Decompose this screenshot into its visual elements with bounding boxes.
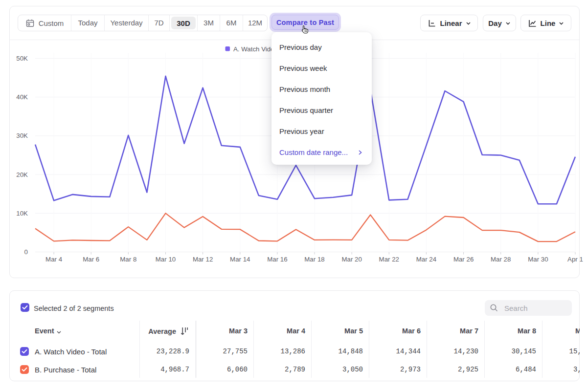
svg-text:Apr 1: Apr 1 [567, 256, 583, 263]
svg-text:Mar 26: Mar 26 [453, 256, 474, 263]
svg-text:Mar 28: Mar 28 [491, 256, 511, 263]
svg-text:Mar 8: Mar 8 [120, 256, 136, 263]
svg-text:Mar 12: Mar 12 [193, 256, 213, 263]
svg-text:Mar 16: Mar 16 [267, 256, 287, 263]
svg-text:20K: 20K [16, 171, 28, 178]
svg-text:30K: 30K [16, 132, 28, 139]
svg-text:Mar 14: Mar 14 [230, 256, 250, 263]
svg-text:0: 0 [24, 248, 28, 256]
svg-text:Mar 18: Mar 18 [304, 256, 324, 263]
svg-text:50K: 50K [16, 55, 28, 62]
svg-text:40K: 40K [16, 93, 28, 101]
svg-text:Mar 22: Mar 22 [379, 256, 399, 263]
svg-text:Mar 4: Mar 4 [45, 256, 62, 263]
svg-text:Mar 30: Mar 30 [528, 256, 548, 263]
svg-text:Mar 10: Mar 10 [156, 256, 176, 263]
svg-text:Mar 24: Mar 24 [416, 256, 436, 263]
svg-text:10K: 10K [16, 210, 28, 217]
svg-text:Mar 20: Mar 20 [342, 256, 362, 263]
svg-text:Mar 6: Mar 6 [83, 256, 99, 263]
